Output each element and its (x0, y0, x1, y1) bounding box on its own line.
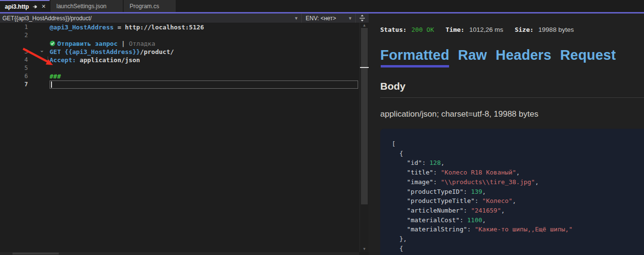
line-number (0, 40, 28, 48)
environment-selector-dropdown[interactable]: ENV: <нет> ▼ (302, 13, 356, 23)
close-icon[interactable]: ✕ (41, 3, 46, 10)
code-text: @api3_HostAddress = http://localhost:512… (50, 23, 358, 31)
request-selector-dropdown[interactable]: GET{{api3_HostAddress}}/product/ ▼ (0, 13, 302, 23)
json-punctuation: , (441, 159, 445, 166)
code-line: 7 (0, 81, 358, 89)
fold-margin (28, 72, 50, 81)
json-indent (392, 226, 407, 233)
tab-program-cs[interactable]: Program.cs (124, 0, 175, 12)
body-heading: Body (380, 81, 406, 92)
code-line: 5 (0, 64, 358, 72)
scrollbar-thumb[interactable] (13, 253, 59, 255)
text-cursor (51, 81, 52, 88)
json-line: "id": 128, (392, 158, 644, 168)
chevron-down-icon: ▼ (294, 16, 298, 21)
check-circle-icon (50, 40, 55, 48)
json-indent (392, 188, 407, 195)
code-line: 2 (0, 31, 358, 40)
scroll-up-button[interactable]: ▲ (360, 23, 369, 28)
vs-window: api3.http ✕ launchSettings.json Program.… (0, 0, 644, 255)
editor-rows: 1@api3_HostAddress = http://localhost:51… (0, 23, 358, 89)
content-type-info: application/json; charset=utf-8, 19988 b… (380, 109, 538, 119)
json-punctuation: : (464, 207, 471, 214)
split-editor-button[interactable] (356, 13, 369, 23)
code-line: 4Accept: application/json (0, 56, 358, 64)
codelens-separator: | (117, 40, 129, 47)
code-text: GET {{api3_HostAddress}}/product/ (50, 48, 358, 56)
scrollbar-thumb[interactable] (361, 28, 368, 204)
json-punctuation: , (482, 216, 486, 224)
json-line: "title": "Колесо R18 Кованый", (392, 168, 644, 177)
fold-margin (28, 23, 50, 31)
line-number: 3 (0, 48, 28, 56)
json-string-value: "Колесо" (482, 197, 513, 204)
chevron-down-icon: ▼ (348, 16, 352, 21)
vertical-scrollbar[interactable]: ▲ ▼ (360, 23, 369, 252)
json-key: "productTypeTitle" (407, 197, 475, 204)
json-key: "image" (407, 178, 433, 186)
json-punctuation: : (460, 216, 467, 224)
section-divider (380, 97, 644, 98)
tab-label: launchSettings.json (56, 3, 106, 10)
debug-link[interactable]: Отладка (129, 40, 155, 47)
request-selector-value: GET{{api3_HostAddress}}/product/ (2, 15, 291, 22)
code-text (50, 31, 358, 40)
size-label: Size: (515, 26, 533, 33)
code-text (50, 64, 358, 72)
json-indent (392, 197, 407, 204)
json-punctuation: , (482, 188, 486, 195)
json-line: [ (392, 139, 644, 149)
json-number-value: 139 (471, 188, 482, 195)
json-string-value: "Какие-то шипы,,Ещё шипы," (475, 226, 573, 233)
json-line: { (392, 149, 644, 159)
scroll-down-button[interactable]: ▼ (360, 247, 369, 252)
code-token: Accept: (50, 56, 76, 64)
tab-headers[interactable]: Headers (496, 47, 552, 63)
json-punctuation: : (422, 159, 430, 166)
json-key: "materialString" (407, 226, 467, 233)
size-value: 19988 bytes (539, 26, 574, 33)
json-punctuation: , (535, 178, 539, 186)
fold-margin (28, 56, 50, 64)
line-number: 5 (0, 64, 28, 72)
pin-icon[interactable] (32, 4, 38, 10)
tab-formatted[interactable]: Formatted (380, 47, 450, 63)
code-token: /product/ (140, 48, 174, 55)
code-text (50, 81, 358, 89)
json-key: "title" (407, 169, 433, 176)
tab-request[interactable]: Request (560, 47, 616, 63)
json-punctuation: : (467, 226, 475, 233)
code-line: 6### (0, 72, 358, 81)
code-token: = http://localhost:5126 (114, 24, 204, 31)
json-string-value: "241659" (471, 207, 501, 214)
fold-margin: ⌄ (28, 48, 50, 56)
json-key: "productTypeID" (407, 188, 463, 195)
json-key: "articleNumber" (407, 207, 463, 214)
tab-api3-http[interactable]: api3.http ✕ (0, 0, 50, 12)
http-file-editor[interactable]: 1@api3_HostAddress = http://localhost:51… (0, 23, 369, 255)
status-value: 200 OK (412, 26, 434, 33)
tab-launchsettings-json[interactable]: launchSettings.json (51, 0, 123, 12)
json-indent (392, 159, 407, 166)
json-punctuation: , (516, 169, 520, 176)
json-indent (392, 207, 407, 214)
codelens-row: Отправить запрос | Отладка (0, 40, 358, 48)
json-line: "materialString": "Какие-то шипы,,Ещё ши… (392, 225, 644, 234)
json-punctuation: : (464, 188, 471, 195)
line-number: 7 (0, 81, 28, 89)
horizontal-scrollbar[interactable] (0, 252, 359, 255)
send-request-link[interactable]: Отправить запрос (57, 40, 117, 47)
tab-raw[interactable]: Raw (458, 47, 487, 63)
json-punctuation: { (392, 245, 403, 252)
code-line: 3⌄GET {{api3_HostAddress}}/product/ (0, 48, 358, 56)
json-key: "materialCost" (407, 216, 460, 224)
fold-margin (28, 31, 50, 40)
json-string-value: "\\products\\tire_38.jpg" (441, 178, 535, 186)
json-line: "articleNumber": "241659", (392, 206, 644, 215)
json-indent (392, 216, 407, 224)
fold-chevron-icon[interactable]: ⌄ (39, 46, 44, 54)
json-line: { (392, 244, 644, 254)
json-punctuation: }, (392, 235, 407, 242)
cursor-position-marker (360, 67, 369, 68)
tab-label: Program.cs (129, 3, 159, 10)
